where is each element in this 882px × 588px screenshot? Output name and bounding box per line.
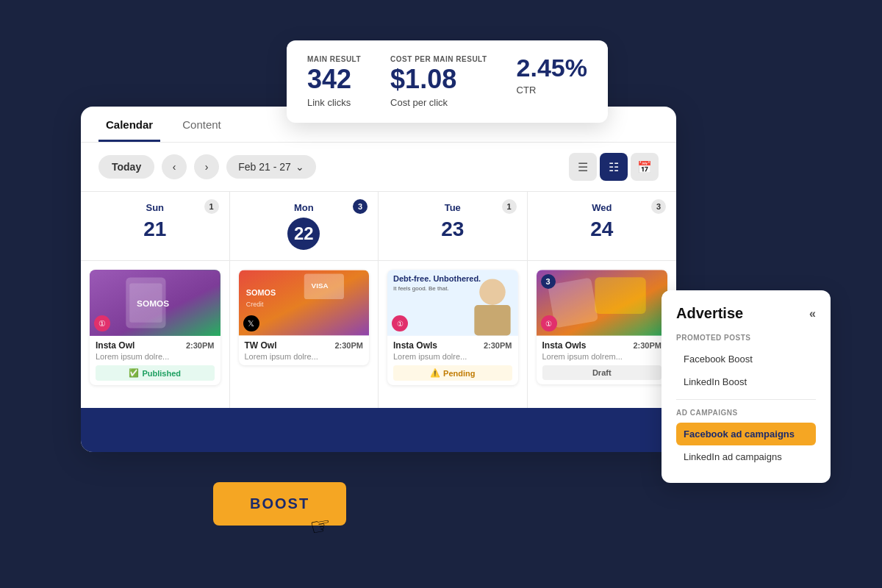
- svg-rect-11: [474, 305, 510, 335]
- post-cell-tue: Debt-free. Unbothered. It feels good. Be…: [379, 261, 528, 408]
- stats-card: MAIN RESULT 342 Link clicks COST PER MAI…: [287, 40, 608, 123]
- grid-view-button[interactable]: ☷: [600, 153, 628, 181]
- post-cell-wed: 3 ① Insta Owls 2:30PM Lorem ipsum dolrem…: [528, 261, 677, 408]
- day-header-mon: Mon 22 3: [230, 192, 379, 261]
- svg-rect-14: [595, 277, 645, 314]
- tue-label: Tue: [445, 202, 461, 213]
- calendar-card: Calendar Content Today ‹ › Feb 21 - 27 ⌄…: [81, 107, 676, 452]
- chevron-down-icon: ⌄: [295, 161, 304, 173]
- tab-content[interactable]: Content: [175, 107, 229, 142]
- sun-number: 21: [143, 218, 166, 241]
- boost-button-container: BOOST ☞: [213, 482, 346, 526]
- post-time-mon: 2:30PM: [334, 341, 363, 350]
- mon-number: 22: [287, 218, 320, 250]
- svg-text:SOMOS: SOMOS: [137, 298, 169, 309]
- post-desc-tue: Lorem ipsum dolre...: [393, 352, 512, 361]
- post-cell-sun: SOMOS ① Insta Owl 2:30PM Lorem ipsum dol…: [81, 261, 230, 408]
- post-status-wed: Draft: [542, 365, 662, 380]
- date-range-button[interactable]: Feb 21 - 27 ⌄: [226, 155, 316, 179]
- post-status-tue: ⚠️ Pending: [393, 365, 512, 381]
- post-card-mon[interactable]: SOMOS Credit VISA 𝕏 TW Owl: [239, 270, 370, 365]
- divider: [676, 399, 816, 400]
- wed-badge: 3: [651, 199, 666, 214]
- post-card-tue[interactable]: Debt-free. Unbothered. It feels good. Be…: [387, 270, 518, 385]
- promoted-posts-label: PROMOTED POSTS: [676, 334, 816, 342]
- toolbar: Today ‹ › Feb 21 - 27 ⌄ ☰ ☷ 📅: [81, 143, 676, 192]
- calendar-posts-row: SOMOS ① Insta Owl 2:30PM Lorem ipsum dol…: [81, 261, 676, 408]
- prev-button[interactable]: ‹: [162, 154, 187, 179]
- calendar-day-headers: Sun 21 1 Mon 22 3 Tue 23 1 Wed 24 3: [81, 192, 676, 261]
- ctr-sub: CTR: [517, 85, 587, 96]
- sun-badge: 1: [204, 199, 219, 214]
- day-header-wed: Wed 24 3: [528, 192, 677, 261]
- linkedin-ad-campaigns-item[interactable]: LinkedIn ad campaigns: [676, 445, 816, 468]
- view-buttons: ☰ ☷ 📅: [569, 153, 659, 181]
- mon-label: Mon: [294, 202, 314, 213]
- post-status-sun: ✅ Published: [96, 365, 215, 381]
- wed-post-badge: 3: [541, 274, 556, 289]
- next-button[interactable]: ›: [194, 154, 219, 179]
- post-account-sun: Insta Owl: [96, 340, 135, 351]
- ctr-block: 2.45% CTR: [517, 55, 587, 96]
- svg-point-10: [479, 279, 506, 305]
- post-account-mon: TW Owl: [245, 340, 277, 351]
- sun-label: Sun: [146, 202, 164, 213]
- post-desc-sun: Lorem ipsum dolre...: [96, 352, 215, 361]
- post-desc-mon: Lorem ipsum dolre...: [245, 352, 364, 361]
- post-time-sun: 2:30PM: [186, 341, 215, 350]
- cost-block: COST PER MAIN RESULT $1.08 Cost per clic…: [390, 55, 487, 108]
- tue-number: 23: [441, 218, 464, 241]
- instagram-icon-tue: ①: [392, 315, 408, 331]
- post-cell-mon: SOMOS Credit VISA 𝕏 TW Owl: [230, 261, 379, 408]
- check-icon: ✅: [129, 368, 139, 378]
- post-card-wed[interactable]: 3 ① Insta Owls 2:30PM Lorem ipsum dolrem…: [537, 270, 668, 384]
- main-result-label: MAIN RESULT: [307, 55, 361, 63]
- post-account-tue: Insta Owls: [393, 340, 437, 351]
- advertise-panel: Advertise « PROMOTED POSTS Facebook Boos…: [662, 290, 831, 483]
- warning-icon: ⚠️: [430, 368, 440, 378]
- advertise-close-button[interactable]: «: [809, 307, 816, 320]
- calendar-view-button[interactable]: 📅: [631, 153, 659, 181]
- instagram-icon: ①: [94, 315, 110, 331]
- debt-subtext: It feels good. Be that.: [393, 285, 481, 292]
- twitter-icon: 𝕏: [243, 315, 259, 331]
- post-card-sun[interactable]: SOMOS ① Insta Owl 2:30PM Lorem ipsum dol…: [90, 270, 220, 385]
- wed-label: Wed: [592, 202, 612, 213]
- cost-label: COST PER MAIN RESULT: [390, 55, 487, 63]
- cost-sub: Cost per click: [390, 97, 487, 108]
- post-time-tue: 2:30PM: [484, 341, 512, 350]
- today-button[interactable]: Today: [98, 155, 154, 179]
- post-account-wed: Insta Owls: [542, 340, 587, 351]
- svg-text:VISA: VISA: [311, 282, 328, 290]
- list-view-button[interactable]: ☰: [569, 153, 597, 181]
- cost-value: $1.08: [390, 66, 487, 93]
- main-result-sub: Link clicks: [307, 97, 361, 108]
- post-time-wed: 2:30PM: [633, 341, 662, 350]
- day-header-tue: Tue 23 1: [379, 192, 528, 261]
- advertise-title: Advertise: [676, 305, 743, 322]
- facebook-ad-campaigns-item[interactable]: Facebook ad campaigns: [676, 423, 816, 445]
- mon-badge: 3: [353, 199, 368, 214]
- wed-number: 24: [590, 218, 613, 241]
- debt-headline: Debt-free. Unbothered.: [393, 274, 481, 284]
- svg-text:Credit: Credit: [245, 301, 263, 308]
- main-result-block: MAIN RESULT 342 Link clicks: [307, 55, 361, 108]
- linkedin-boost-item[interactable]: LinkedIn Boost: [676, 370, 816, 393]
- tab-calendar[interactable]: Calendar: [98, 107, 160, 142]
- calendar-footer: [81, 408, 676, 452]
- day-header-sun: Sun 21 1: [81, 192, 230, 261]
- svg-text:SOMOS: SOMOS: [245, 288, 275, 297]
- main-result-value: 342: [307, 66, 361, 93]
- advertise-header: Advertise «: [676, 305, 816, 322]
- ctr-value: 2.45%: [517, 55, 587, 80]
- tue-badge: 1: [502, 199, 517, 214]
- ad-campaigns-label: AD CAMPAIGNS: [676, 409, 816, 417]
- instagram-icon-wed: ①: [541, 315, 557, 331]
- post-desc-wed: Lorem ipsum dolrem...: [542, 352, 662, 361]
- facebook-boost-item[interactable]: Facebook Boost: [676, 348, 816, 370]
